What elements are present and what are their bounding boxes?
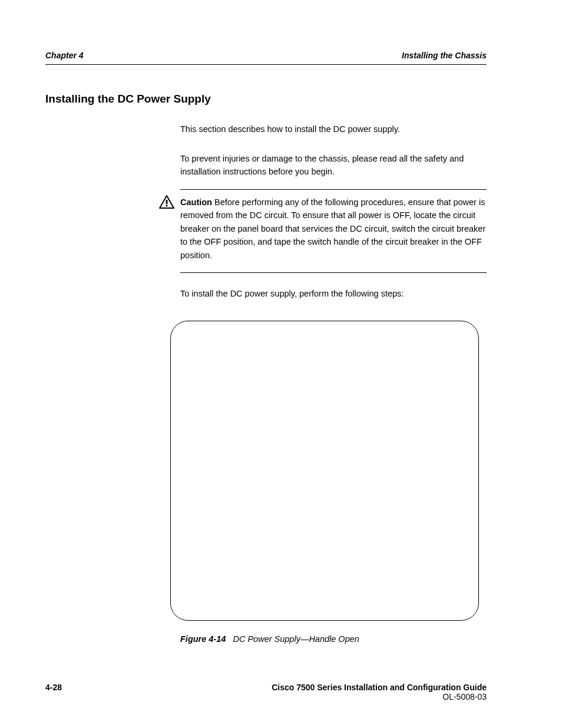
- footer-doc-number: OL-5008-03: [272, 692, 487, 701]
- page: Chapter 4 Installing the Chassis Install…: [0, 0, 562, 728]
- figure-caption: Figure 4-14 DC Power Supply—Handle Open: [180, 634, 359, 644]
- caution-body: Before performing any of the following p…: [180, 197, 485, 260]
- caution-rule-bottom: [180, 272, 487, 273]
- svg-rect-0: [166, 200, 168, 204]
- body-paragraph: To prevent injuries or damage to the cha…: [180, 152, 487, 179]
- page-number: 4-28: [45, 683, 62, 692]
- running-header: Chapter 4 Installing the Chassis: [45, 51, 487, 60]
- running-header-title: Installing the Chassis: [402, 51, 487, 60]
- body-paragraph: This section describes how to install th…: [180, 123, 487, 136]
- footer-right: Cisco 7500 Series Installation and Confi…: [272, 683, 487, 701]
- page-footer: 4-28 Cisco 7500 Series Installation and …: [45, 683, 487, 701]
- caution-label: Caution: [180, 197, 212, 207]
- caution-text: Caution Before performing any of the fol…: [180, 190, 487, 272]
- figure-title: DC Power Supply—Handle Open: [233, 634, 359, 644]
- footer-doc-title: Cisco 7500 Series Installation and Confi…: [272, 683, 487, 692]
- svg-rect-1: [166, 205, 168, 206]
- section-heading: Installing the DC Power Supply: [45, 93, 211, 106]
- figure-placeholder: [170, 321, 479, 621]
- figure-number: Figure 4-14: [180, 634, 226, 644]
- caution-block: Caution Before performing any of the fol…: [180, 189, 487, 273]
- footer-left: 4-28: [45, 683, 62, 701]
- running-header-chapter: Chapter 4: [45, 51, 84, 60]
- warning-triangle-icon: [159, 195, 174, 209]
- body-paragraph: To install the DC power supply, perform …: [180, 287, 487, 300]
- header-rule: [45, 64, 487, 65]
